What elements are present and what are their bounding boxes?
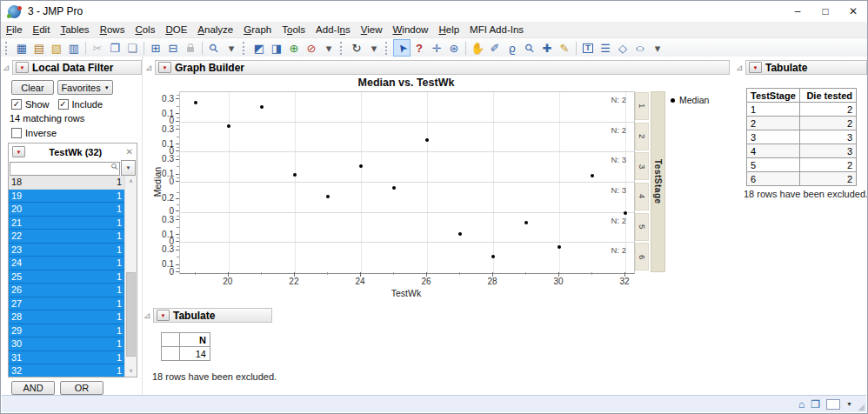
brush-tool-icon[interactable]: ✐	[486, 39, 504, 57]
filter-row[interactable]: 221	[9, 230, 124, 244]
data-point[interactable]	[260, 105, 264, 109]
plot-area[interactable]: N: 2N: 2N: 3N: 3N: 2N: 2	[179, 91, 635, 274]
paste-icon[interactable]: ❏	[124, 39, 141, 57]
collapse-triangle-icon[interactable]: ⊿	[3, 63, 12, 72]
minimize-button[interactable]: –	[784, 1, 811, 22]
scrollbar-thumb[interactable]	[126, 272, 136, 356]
scrollbar-track[interactable]	[125, 187, 137, 365]
filter-row[interactable]: 301	[9, 337, 124, 351]
filter-row[interactable]: 311	[9, 351, 124, 365]
copy-icon[interactable]: ❐	[106, 39, 124, 57]
data-point[interactable]	[359, 164, 363, 168]
filter-row[interactable]: 271	[9, 297, 124, 311]
menu-item-cols[interactable]: Cols	[130, 24, 160, 35]
filter-row[interactable]: 251	[9, 270, 124, 284]
journal-preview-icon[interactable]: ⊞	[147, 39, 164, 57]
file-overflow-icon[interactable]: ▾	[223, 39, 240, 57]
annotate-overflow-icon[interactable]: ▾	[649, 39, 666, 57]
collapse-triangle-icon[interactable]: ⊿	[736, 63, 745, 72]
data-point[interactable]	[591, 174, 594, 177]
data-point[interactable]	[194, 101, 197, 104]
data-point[interactable]	[458, 232, 462, 236]
arrow-tool-icon[interactable]: ➤	[393, 39, 411, 57]
crosshair-tool-icon[interactable]: ✛	[428, 39, 445, 57]
fit-y-by-x-icon[interactable]: ⊕	[285, 39, 303, 57]
filter-row[interactable]: 291	[9, 324, 124, 338]
red-triangle-menu-icon[interactable]: ▼	[157, 310, 170, 321]
magnifier-tool-icon[interactable]: ⚲	[521, 39, 538, 57]
filter-list-scrollbar[interactable]: ˄ ˅	[124, 176, 137, 377]
data-point[interactable]	[392, 186, 396, 190]
filter-search-options-button[interactable]: ▼	[121, 160, 136, 176]
menu-item-doe[interactable]: DOE	[160, 24, 192, 35]
window-switch-icon[interactable]: ❐	[811, 399, 820, 410]
distribution-icon[interactable]: ◨	[268, 39, 285, 57]
save-icon[interactable]: ▥	[65, 39, 83, 57]
favorites-button[interactable]: Favorites ▼	[57, 80, 113, 95]
data-point[interactable]	[425, 138, 429, 142]
lock-icon[interactable]	[182, 39, 199, 57]
filter-row[interactable]: 281	[9, 310, 124, 324]
filter-search-input[interactable]	[10, 162, 120, 176]
clear-button[interactable]: Clear	[11, 80, 54, 95]
resize-grip-icon[interactable]: ◢	[858, 402, 865, 411]
filter-row[interactable]: 321	[9, 364, 124, 377]
new-journal-icon[interactable]: ▤	[30, 39, 48, 57]
pen-tool-icon[interactable]: ✎	[556, 39, 573, 57]
grabber-tool-icon[interactable]: ⊛	[445, 39, 463, 57]
cut-icon[interactable]: ✂	[89, 39, 106, 57]
red-triangle-menu-icon[interactable]: ▼	[12, 146, 25, 157]
data-point[interactable]	[326, 195, 330, 198]
menu-item-rows[interactable]: Rows	[95, 24, 130, 35]
close-icon[interactable]: ✕	[126, 147, 133, 157]
red-triangle-menu-icon[interactable]: ▼	[749, 62, 762, 73]
maximize-button[interactable]: □	[811, 1, 839, 22]
include-checkbox[interactable]	[58, 99, 69, 110]
and-button[interactable]: AND	[11, 381, 55, 395]
data-point[interactable]	[524, 221, 528, 224]
menu-item-file[interactable]: File	[1, 24, 28, 35]
oval-annotation-icon[interactable]: ○	[631, 39, 649, 57]
polygon-annotation-icon[interactable]: ◇	[614, 39, 631, 57]
menu-item-graph[interactable]: Graph	[238, 24, 277, 35]
data-point[interactable]	[227, 124, 230, 128]
menu-item-add-ins[interactable]: Add-Ins	[310, 24, 356, 35]
data-point[interactable]	[491, 255, 495, 258]
menu-item-analyze[interactable]: Analyze	[192, 24, 238, 35]
search-icon[interactable]: ⚲	[205, 39, 223, 57]
hand-tool-icon[interactable]: ✋	[469, 39, 486, 57]
inverse-checkbox[interactable]	[11, 128, 22, 138]
filter-row[interactable]: 231	[9, 244, 124, 257]
menu-item-tools[interactable]: Tools	[277, 24, 310, 35]
view-overflow-icon[interactable]: ▾	[365, 39, 383, 57]
new-data-table-icon[interactable]: ▦	[13, 39, 30, 57]
line-annotation-icon[interactable]: ☰	[597, 39, 614, 57]
collapse-triangle-icon[interactable]: ⊿	[144, 311, 153, 320]
exclude-icon[interactable]: ⊘	[303, 39, 320, 57]
show-checkbox[interactable]	[11, 99, 22, 110]
filter-row[interactable]: 201	[9, 203, 124, 217]
menu-item-view[interactable]: View	[356, 24, 388, 35]
home-icon[interactable]: ⌂	[798, 399, 805, 410]
filter-row[interactable]: 261	[9, 284, 124, 297]
layout-icon[interactable]: ⊟	[164, 39, 182, 57]
menu-item-edit[interactable]: Edit	[28, 24, 56, 35]
red-triangle-menu-icon[interactable]: ▼	[16, 62, 29, 73]
data-point[interactable]	[558, 245, 561, 249]
menu-item-mfi-add-ins[interactable]: MFI Add-Ins	[464, 24, 529, 35]
help-tool-icon[interactable]: ?	[411, 39, 428, 57]
data-point[interactable]	[293, 173, 297, 177]
preview-box-button[interactable]	[826, 399, 840, 410]
close-button[interactable]: ✕	[839, 1, 867, 22]
or-button[interactable]: OR	[60, 381, 103, 395]
menu-item-tables[interactable]: Tables	[55, 24, 94, 35]
analyze-overflow-icon[interactable]: ▾	[320, 39, 337, 57]
filter-row[interactable]: 211	[9, 217, 124, 230]
filter-row[interactable]: 181	[9, 176, 124, 190]
status-dropdown-icon[interactable]: ▼	[846, 401, 852, 407]
menu-item-window[interactable]: Window	[388, 24, 434, 35]
filter-row[interactable]: 241	[9, 257, 124, 270]
scroll-up-icon[interactable]: ˄	[125, 176, 137, 187]
graph-builder-icon[interactable]: ◩	[250, 39, 268, 57]
annotate-plus-tool-icon[interactable]: ✚	[538, 39, 556, 57]
